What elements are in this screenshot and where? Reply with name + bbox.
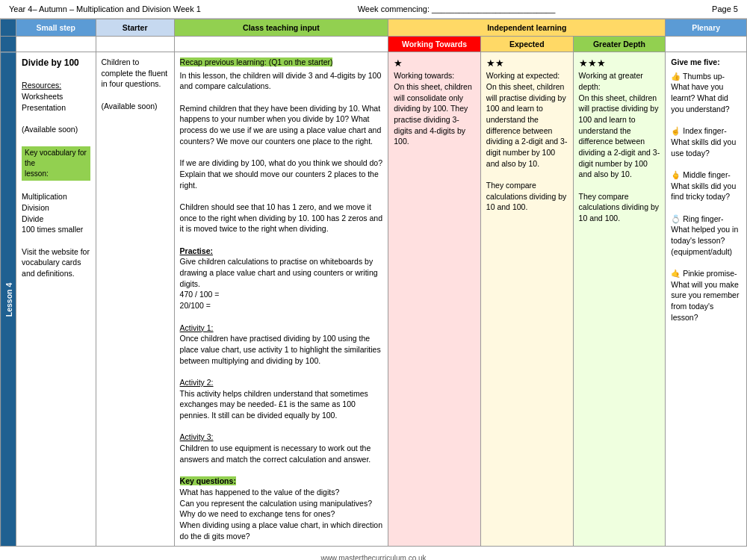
sub-header-greater-depth: Greater Depth [573,37,666,52]
header-week: Week commencing: _______________________… [358,4,556,13]
col-plenary-header: Plenary [666,19,747,37]
lesson-label: Lesson 4 [1,52,16,547]
sub-header-working-towards: Working Towards [388,37,481,52]
plenary-title: Give me five: [671,57,741,68]
key-questions-label: Key questions: [180,476,383,487]
exp-stars: ★★ [486,57,568,70]
plenary-cell: Give me five: 👍 Thumbs up- What have you… [666,52,747,547]
available-text: (Available soon) [22,124,90,135]
activity3-body: Children to use equipment is necessary t… [180,443,383,464]
recap-body: In this lesson, the children will divide… [180,70,383,92]
gd-stars: ★★★ [579,57,660,70]
key-vocab-box: Key vocabulary for thelesson: [22,146,90,181]
practise-label: Practise: [180,246,383,257]
col-small-step-header: Small step [16,19,96,37]
recap-label: Recap previous learning: (Q1 on the star… [180,57,383,68]
wt-body: Working towards:On this sheet, children … [394,70,475,147]
practise-body: Give children calculations to practise o… [180,256,383,311]
plenary-index: ☝ Index finger- What skills did you use … [671,125,741,158]
small-step-cell: Divide by 100 Resources: WorksheetsPrese… [16,52,96,547]
wt-stars: ★ [394,57,475,70]
activity1-label: Activity 1: [180,323,383,334]
resources-label: Resources: [22,80,90,91]
starter-cell: Children to complete the fluent in four … [96,52,174,547]
recap-highlight: Recap previous learning: (Q1 on the star… [180,57,333,66]
exp-body: Working at expected:On this sheet, child… [486,70,568,213]
resources-text: WorksheetsPresentation [22,91,90,113]
col-class-teaching-header: Class teaching input [174,19,388,37]
starter-available: (Available soon) [102,101,169,112]
activity2-label: Activity 2: [180,377,383,388]
header-bar: Year 4– Autumn – Multiplication and Divi… [0,0,747,19]
plenary-ring: 💍 Ring finger- What helped you in today'… [671,214,741,258]
plenary-pinkie: 🤙 Pinkie promise- What will you make sur… [671,268,741,323]
if-dividing-text: If we are dividing by 100, what do you t… [180,158,383,190]
plenary-middle: 🖕 Middle finger- What skills did you fin… [671,169,741,202]
gd-body: Working at greater depth:On this sheet, … [579,70,660,224]
expected-cell: ★★ Working at expected:On this sheet, ch… [480,52,573,547]
key-questions-body: What has happened to the value of the di… [180,487,383,541]
working-towards-cell: ★ Working towards:On this sheet, childre… [388,52,481,547]
children-should-text: Children should see that 10 has 1 zero, … [180,202,383,234]
main-table: Small step Starter Class teaching input … [0,19,747,547]
sub-header-expected: Expected [480,37,573,52]
key-vocab-label: Key vocabulary for thelesson: [25,149,87,178]
activity3-label: Activity 3: [180,432,383,443]
footer: www.masterthecurriculum.co.uk [0,550,747,560]
header-page: Page 5 [712,4,738,13]
remind-text: Remind children that they have been divi… [180,103,383,147]
class-teaching-cell: Recap previous learning: (Q1 on the star… [174,52,388,547]
plenary-thumbs: 👍 Thumbs up- What have you learnt? What … [671,71,741,115]
header-title: Year 4– Autumn – Multiplication and Divi… [9,4,201,13]
col-starter-header: Starter [96,19,174,37]
activity2-body: This activity helps children understand … [180,388,383,421]
greater-depth-cell: ★★★ Working at greater depth:On this she… [573,52,666,547]
vocab-items: MultiplicationDivisionDivide100 times sm… [22,191,90,235]
col-ind-learning-header: Independent learning [388,19,666,37]
visit-text: Visit the website for vocabulary cards a… [22,246,90,279]
starter-text: Children to complete the fluent in four … [102,57,169,90]
activity1-body: Once children have practised dividing by… [180,333,383,366]
lesson-col-header [1,19,16,37]
footer-url: www.masterthecurriculum.co.uk [320,554,426,560]
divide-by-100-title: Divide by 100 [22,57,90,69]
